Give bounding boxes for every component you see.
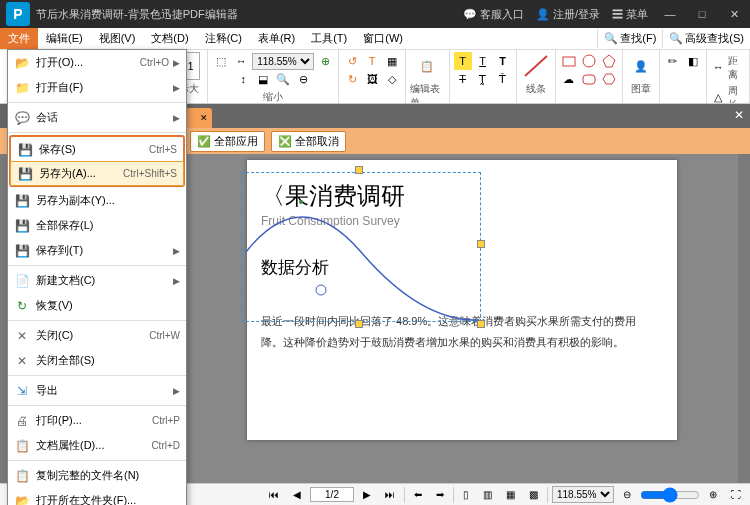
menu-save-all[interactable]: 💾全部保存(L) <box>8 213 186 238</box>
selection-box[interactable] <box>241 172 481 322</box>
fit-height-icon[interactable]: ↕ <box>234 70 252 88</box>
menu-print[interactable]: 🖨打印(P)...Ctrl+P <box>8 408 186 433</box>
rotate-left-icon[interactable]: ↺ <box>343 52 361 70</box>
fit-width-icon[interactable]: ↔ <box>232 52 250 70</box>
resize-handle-top[interactable] <box>355 166 363 174</box>
last-page-icon[interactable]: ⏭ <box>380 487 400 502</box>
customer-service-link[interactable]: 💬 客服入口 <box>463 7 524 22</box>
menu-view[interactable]: 视图(V) <box>91 28 144 49</box>
menu-file[interactable]: 文件 <box>0 28 38 49</box>
next-page-icon[interactable]: ▶ <box>358 487 376 502</box>
layout-facing-icon[interactable]: ▦ <box>501 487 520 502</box>
menu-save-to[interactable]: 💾保存到(T)▶ <box>8 238 186 263</box>
maximize-button[interactable]: □ <box>692 8 712 20</box>
bold-tool-icon[interactable]: T <box>494 52 512 70</box>
status-zoom-select[interactable]: 118.55% <box>552 486 614 503</box>
polygon-shape-icon[interactable] <box>600 52 618 70</box>
menu-copy-name[interactable]: 📋复制完整的文件名(N) <box>8 463 186 488</box>
rotate-right-icon[interactable]: ↻ <box>343 70 361 88</box>
layout-single-icon[interactable]: ▯ <box>458 487 474 502</box>
minimize-button[interactable]: — <box>660 8 680 20</box>
page-input[interactable] <box>310 487 354 502</box>
menu-save-copy[interactable]: 💾另存为副本(Y)... <box>8 188 186 213</box>
menu-window[interactable]: 窗口(W) <box>355 28 411 49</box>
shape-tool-icon[interactable]: ◇ <box>383 70 401 88</box>
layout-cont-facing-icon[interactable]: ▩ <box>524 487 543 502</box>
tabbar-close-icon[interactable]: ✕ <box>734 108 744 122</box>
menu-close-all[interactable]: ✕关闭全部(S) <box>8 348 186 373</box>
image-tool-icon[interactable]: 🖼 <box>363 70 381 88</box>
menu-restore[interactable]: ↻恢复(V) <box>8 293 186 318</box>
menu-save[interactable]: 💾保存(S)Ctrl+S <box>11 137 183 162</box>
open-icon: 📂 <box>14 55 30 71</box>
menu-session[interactable]: 💬会话▶ <box>8 105 186 130</box>
svg-rect-4 <box>583 75 595 84</box>
stamp-button[interactable]: 👤 <box>627 52 655 80</box>
fullscreen-icon[interactable]: ⛶ <box>726 487 746 502</box>
zoom-out-status-icon[interactable]: ⊖ <box>618 487 636 502</box>
first-page-icon[interactable]: ⏮ <box>264 487 284 502</box>
resize-handle-br[interactable] <box>477 320 485 328</box>
tab-close-icon[interactable]: ✕ <box>200 113 208 123</box>
fit-page-icon[interactable]: ⬚ <box>212 52 230 70</box>
apply-all-button[interactable]: ✅全部应用 <box>190 131 265 152</box>
zoom-in-icon[interactable]: ⊕ <box>316 52 334 70</box>
menu-edit[interactable]: 编辑(E) <box>38 28 91 49</box>
edit-form-button[interactable]: 📋 <box>412 52 442 80</box>
textbox-tool-icon[interactable]: ▦ <box>383 52 401 70</box>
squiggly-tool-icon[interactable]: T̰ <box>474 70 492 88</box>
pencil-tool-icon[interactable]: ✏ <box>664 52 682 70</box>
caret-tool-icon[interactable]: T̂ <box>494 70 512 88</box>
document-tab[interactable]: ✕ <box>186 108 212 128</box>
hexagon-shape-icon[interactable] <box>600 70 618 88</box>
menu-export[interactable]: ⇲导出▶ <box>8 378 186 403</box>
eraser-tool-icon[interactable]: ◧ <box>684 52 702 70</box>
main-menu-link[interactable]: ☰ 菜单 <box>612 7 648 22</box>
cancel-all-button[interactable]: ❎全部取消 <box>271 131 346 152</box>
circle-shape-icon[interactable] <box>580 52 598 70</box>
fit-visible-icon[interactable]: ⬓ <box>254 70 272 88</box>
fwd-nav-icon[interactable]: ➡ <box>431 487 449 502</box>
login-link[interactable]: 👤 注册/登录 <box>536 7 600 22</box>
restore-icon: ↻ <box>14 298 30 314</box>
rounded-rect-icon[interactable] <box>580 70 598 88</box>
zoom-in-status-icon[interactable]: ⊕ <box>704 487 722 502</box>
menu-doc-props[interactable]: 📋文档属性(D)...Ctrl+D <box>8 433 186 458</box>
underline-tool-icon[interactable]: T <box>474 52 492 70</box>
rect-shape-icon[interactable] <box>560 52 578 70</box>
menu-comment[interactable]: 注释(C) <box>197 28 250 49</box>
svg-rect-1 <box>563 57 575 66</box>
strikeout-tool-icon[interactable]: T <box>454 70 472 88</box>
advanced-find-button[interactable]: 🔍高级查找(S) <box>662 29 750 48</box>
back-nav-icon[interactable]: ⬅ <box>409 487 427 502</box>
menu-tool[interactable]: 工具(T) <box>303 28 355 49</box>
zoom-out-minus-icon[interactable]: ⊖ <box>294 70 312 88</box>
zoom-slider[interactable] <box>640 487 700 503</box>
menu-form[interactable]: 表单(R) <box>250 28 303 49</box>
menu-close[interactable]: ✕关闭(C)Ctrl+W <box>8 323 186 348</box>
menu-save-as[interactable]: 💾另存为(A)...Ctrl+Shift+S <box>10 161 184 186</box>
zoom-out-icon[interactable]: 🔍 <box>274 70 292 88</box>
find-button[interactable]: 🔍查找(F) <box>597 29 662 48</box>
document-page[interactable]: 〈果消费调研 Fruit Consumption Survey 数据分析 最近一… <box>247 160 677 440</box>
text-tool-icon[interactable]: T <box>363 52 381 70</box>
distance-tool-icon[interactable]: ↔ <box>711 58 727 76</box>
menu-document[interactable]: 文档(D) <box>143 28 196 49</box>
prev-page-icon[interactable]: ◀ <box>288 487 306 502</box>
menu-open-from[interactable]: 📁打开自(F)▶ <box>8 75 186 100</box>
menu-open-folder[interactable]: 📂打开所在文件夹(F)... <box>8 488 186 505</box>
menu-new-doc[interactable]: 📄新建文档(C)▶ <box>8 268 186 293</box>
cloud-shape-icon[interactable]: ☁ <box>560 70 578 88</box>
highlight-tool-icon[interactable]: T <box>454 52 472 70</box>
resize-handle-right[interactable] <box>477 240 485 248</box>
resize-handle-bottom[interactable] <box>355 320 363 328</box>
close-window-button[interactable]: ✕ <box>724 8 744 21</box>
svg-marker-3 <box>603 55 615 67</box>
open-folder-icon: 📂 <box>14 493 30 506</box>
perimeter-tool-icon[interactable]: △ <box>711 88 727 104</box>
menu-open[interactable]: 📂打开(O)...Ctrl+O▶ <box>8 50 186 75</box>
layout-cont-icon[interactable]: ▥ <box>478 487 497 502</box>
close-icon: ✕ <box>14 328 30 344</box>
new-doc-icon: 📄 <box>14 273 30 289</box>
zoom-select[interactable]: 118.55% <box>252 53 314 70</box>
